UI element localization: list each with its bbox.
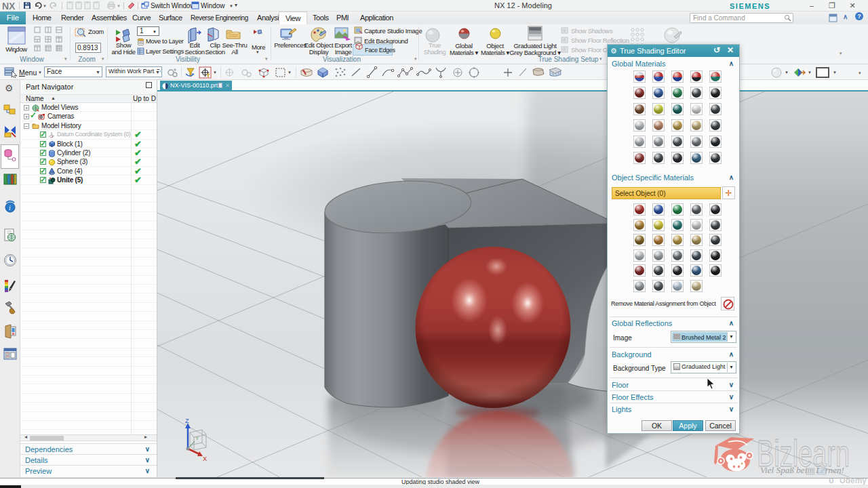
- svg-text:Viel Spaß beim Lernen!: Viel Spaß beim Lernen!: [760, 466, 844, 475]
- svg-text:Y: Y: [195, 435, 199, 441]
- svg-text:Z: Z: [185, 418, 189, 424]
- svg-text:i: i: [9, 204, 11, 211]
- svg-text:X: X: [203, 455, 207, 462]
